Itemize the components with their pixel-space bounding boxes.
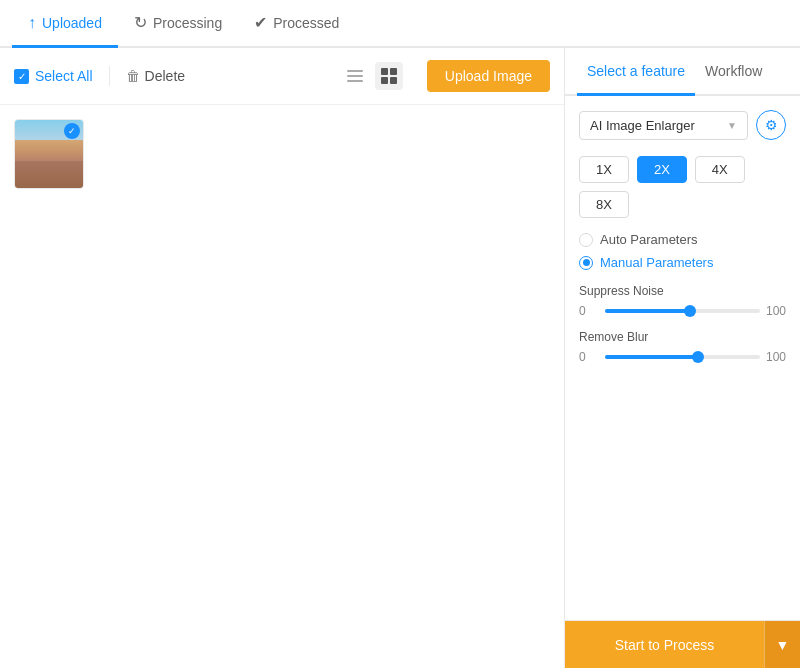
auto-params-option[interactable]: Auto Parameters [579, 232, 786, 247]
dropdown-row: AI Image Enlarger ▼ ⚙ [579, 110, 786, 140]
process-button[interactable]: Start to Process [565, 621, 764, 668]
select-all-checkbox[interactable]: ✓ [14, 69, 29, 84]
feature-dropdown-value: AI Image Enlarger [590, 118, 695, 133]
grid-view-btn[interactable] [375, 62, 403, 90]
remove-blur-min: 0 [579, 350, 599, 364]
suppress-noise-section: Suppress Noise 0 100 [579, 284, 786, 318]
tab-select-feature[interactable]: Select a feature [577, 48, 695, 96]
processing-icon: ↻ [134, 13, 147, 32]
suppress-noise-row: 0 100 [579, 304, 786, 318]
svg-rect-4 [390, 68, 397, 75]
svg-rect-2 [347, 80, 363, 82]
scale-8x-button[interactable]: 8X [579, 191, 629, 218]
process-bar: Start to Process ▼ [565, 620, 800, 668]
tab-processed[interactable]: ✔ Processed [238, 0, 355, 48]
svg-rect-6 [390, 77, 397, 84]
scale-1x-button[interactable]: 1X [579, 156, 629, 183]
tab-uploaded[interactable]: ↑ Uploaded [12, 0, 118, 48]
image-check-overlay: ✓ [64, 123, 80, 139]
delete-group[interactable]: 🗑 Delete [126, 68, 185, 84]
scale-4x-button[interactable]: 4X [695, 156, 745, 183]
scale-2x-button[interactable]: 2X [637, 156, 687, 183]
suppress-noise-max: 100 [766, 304, 786, 318]
image-grid: ✓ [0, 105, 564, 668]
toolbar: ✓ Select All 🗑 Delete [0, 48, 564, 105]
params-radio-group: Auto Parameters Manual Parameters [579, 232, 786, 270]
toolbar-separator [109, 66, 110, 86]
process-dropdown-button[interactable]: ▼ [764, 621, 800, 668]
svg-rect-5 [381, 77, 388, 84]
remove-blur-section: Remove Blur 0 100 [579, 330, 786, 364]
process-dropdown-icon: ▼ [776, 637, 790, 653]
auto-params-radio[interactable] [579, 233, 593, 247]
remove-blur-track[interactable] [605, 355, 760, 359]
suppress-noise-thumb[interactable] [684, 305, 696, 317]
tab-processing-label: Processing [153, 15, 222, 31]
upload-button[interactable]: Upload Image [427, 60, 550, 92]
feature-tab-bar: Select a feature Workflow [565, 48, 800, 96]
suppress-noise-min: 0 [579, 304, 599, 318]
delete-label: Delete [145, 68, 185, 84]
tab-processing[interactable]: ↻ Processing [118, 0, 238, 48]
dropdown-arrow-icon: ▼ [727, 120, 737, 131]
radio-dot [583, 259, 590, 266]
remove-blur-row: 0 100 [579, 350, 786, 364]
upload-icon: ↑ [28, 14, 36, 32]
select-all-group[interactable]: ✓ Select All [14, 68, 93, 84]
suppress-noise-track[interactable] [605, 309, 760, 313]
manual-params-option[interactable]: Manual Parameters [579, 255, 786, 270]
select-all-label: Select All [35, 68, 93, 84]
tab-uploaded-label: Uploaded [42, 15, 102, 31]
image-thumbnail[interactable]: ✓ [14, 119, 84, 189]
svg-rect-1 [347, 75, 363, 77]
workflow-label: Workflow [705, 63, 762, 79]
manual-params-radio[interactable] [579, 256, 593, 270]
remove-blur-max: 100 [766, 350, 786, 364]
scale-buttons: 1X 2X 4X 8X [579, 156, 786, 218]
tab-workflow[interactable]: Workflow [695, 48, 772, 96]
auto-params-label: Auto Parameters [600, 232, 698, 247]
view-toggle [341, 62, 403, 90]
remove-blur-fill [605, 355, 698, 359]
settings-icon[interactable]: ⚙ [756, 110, 786, 140]
left-panel: ✓ Select All 🗑 Delete [0, 48, 565, 668]
list-view-btn[interactable] [341, 62, 369, 90]
processed-icon: ✔ [254, 13, 267, 32]
svg-rect-3 [381, 68, 388, 75]
remove-blur-thumb[interactable] [692, 351, 704, 363]
suppress-noise-label: Suppress Noise [579, 284, 786, 298]
delete-icon: 🗑 [126, 68, 140, 84]
feature-dropdown[interactable]: AI Image Enlarger ▼ [579, 111, 748, 140]
suppress-noise-fill [605, 309, 690, 313]
feature-content: AI Image Enlarger ▼ ⚙ 1X 2X 4X 8X Auto P… [565, 96, 800, 620]
main-layout: ✓ Select All 🗑 Delete [0, 48, 800, 668]
tab-processed-label: Processed [273, 15, 339, 31]
top-tab-bar: ↑ Uploaded ↻ Processing ✔ Processed [0, 0, 800, 48]
svg-rect-0 [347, 70, 363, 72]
select-feature-label: Select a feature [587, 63, 685, 79]
manual-params-label: Manual Parameters [600, 255, 713, 270]
right-panel: Select a feature Workflow AI Image Enlar… [565, 48, 800, 668]
remove-blur-label: Remove Blur [579, 330, 786, 344]
